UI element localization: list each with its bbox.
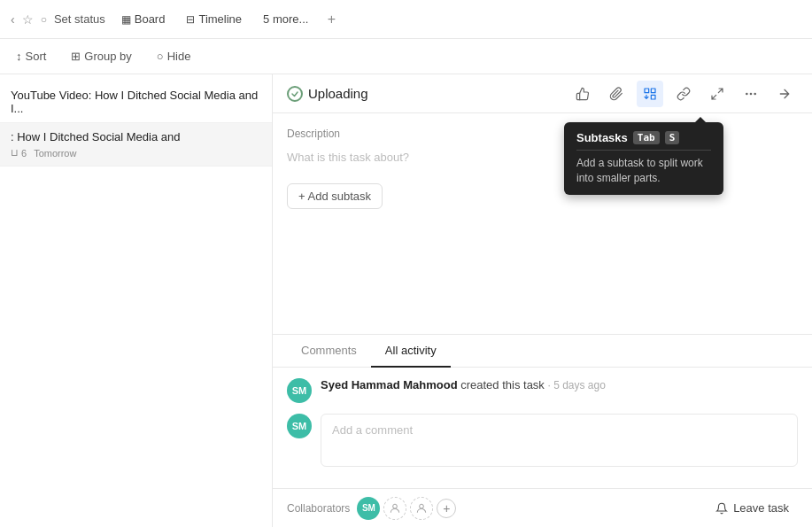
nav-left: ‹ ☆ ○ Set status bbox=[11, 12, 105, 27]
top-nav: ‹ ☆ ○ Set status ▦ Board ⊟ Timeline 5 mo… bbox=[0, 0, 812, 39]
circle-icon[interactable]: ○ bbox=[41, 13, 47, 26]
right-panel-header: Uploading bbox=[273, 74, 812, 113]
activity-content: SM Syed Hammad Mahmood created this task… bbox=[273, 368, 812, 488]
comment-input[interactable]: Add a comment bbox=[321, 414, 798, 467]
hide-label: Hide bbox=[167, 50, 191, 63]
expand-button[interactable] bbox=[704, 81, 731, 107]
toolbar: ↕ Sort ⊞ Group by ○ Hide bbox=[0, 39, 812, 74]
star-icon[interactable]: ☆ bbox=[22, 12, 34, 27]
tab-board-label: Board bbox=[135, 12, 166, 26]
tooltip-arrow bbox=[695, 117, 706, 122]
svg-point-3 bbox=[746, 93, 747, 94]
collaborators-section: Collaborators SM + bbox=[287, 497, 456, 520]
activity-entry: SM Syed Hammad Mahmood created this task… bbox=[287, 378, 798, 403]
subtask-count: ⊔ 6 bbox=[11, 147, 27, 159]
tooltip-content: Subtasks Tab S Add a subtask to split wo… bbox=[564, 122, 723, 195]
collaborators-label: Collaborators bbox=[287, 502, 350, 515]
group-by-icon: ⊞ bbox=[71, 50, 81, 63]
header-actions bbox=[569, 81, 798, 107]
group-by-button[interactable]: ⊞ Group by bbox=[66, 47, 136, 66]
task-title-short: : How I Ditched Social Media and bbox=[11, 130, 261, 143]
svg-point-7 bbox=[420, 504, 424, 508]
tooltip-title: Subtasks Tab S bbox=[576, 131, 711, 144]
subtask-tooltip: Subtasks Tab S Add a subtask to split wo… bbox=[564, 122, 723, 195]
tooltip-body: Add a subtask to split work into smaller… bbox=[576, 156, 711, 186]
status-circle bbox=[287, 86, 303, 102]
tab-more-label: 5 more... bbox=[263, 12, 308, 26]
comments-tab[interactable]: Comments bbox=[287, 335, 371, 368]
tab-more[interactable]: 5 more... bbox=[254, 9, 317, 29]
hide-eye-icon: ○ bbox=[157, 50, 164, 63]
collaborators-avatars: SM + bbox=[357, 497, 456, 520]
subtask-button[interactable] bbox=[637, 81, 663, 107]
thumbs-up-button[interactable] bbox=[569, 81, 596, 107]
svg-point-5 bbox=[754, 93, 755, 94]
activity-time: · 5 days ago bbox=[547, 379, 605, 391]
svg-rect-2 bbox=[651, 95, 655, 99]
collaborator-avatar-empty-2[interactable] bbox=[410, 497, 433, 520]
activity-section: Comments All activity SM Syed Hammad Mah… bbox=[273, 334, 812, 488]
sort-button[interactable]: ↕ Sort bbox=[11, 47, 51, 66]
paperclip-button[interactable] bbox=[603, 81, 630, 107]
tooltip-divider bbox=[576, 150, 711, 151]
add-view-button[interactable]: + bbox=[321, 9, 342, 30]
task-meta: ⊔ 6 Tomorrow bbox=[11, 147, 261, 159]
due-date: Tomorrow bbox=[34, 148, 76, 159]
set-status-label[interactable]: Set status bbox=[54, 12, 105, 26]
left-panel: YouTube Video: How I Ditched Social Medi… bbox=[0, 74, 273, 527]
tab-timeline-label: Timeline bbox=[198, 12, 242, 26]
sort-label: Sort bbox=[26, 50, 47, 63]
right-panel: Uploading bbox=[273, 74, 812, 527]
task-uploading-label: Uploading bbox=[308, 86, 368, 101]
add-subtask-button[interactable]: + Add subtask bbox=[287, 183, 383, 209]
task-item-2[interactable]: : How I Ditched Social Media and ⊔ 6 Tom… bbox=[0, 123, 272, 167]
tab-timeline[interactable]: ⊟ Timeline bbox=[177, 9, 251, 29]
task-title-full: YouTube Video: How I Ditched Social Medi… bbox=[11, 89, 261, 115]
activity-text: Syed Hammad Mahmood created this task · … bbox=[321, 378, 606, 391]
right-panel-body: Description What is this task about? + A… bbox=[273, 113, 812, 334]
svg-point-6 bbox=[393, 504, 398, 508]
tooltip-key-tab: Tab bbox=[633, 131, 660, 144]
tab-board[interactable]: ▦ Board bbox=[112, 9, 174, 29]
collaborator-avatar-sm[interactable]: SM bbox=[357, 497, 380, 520]
add-collaborator-button[interactable]: + bbox=[437, 499, 456, 518]
task-item-1[interactable]: YouTube Video: How I Ditched Social Medi… bbox=[0, 81, 272, 123]
tooltip-key-s: S bbox=[665, 131, 680, 144]
bottom-bar: Collaborators SM + Leave task bbox=[273, 488, 812, 527]
arrow-right-button[interactable] bbox=[771, 81, 798, 107]
comment-placeholder: Add a comment bbox=[332, 423, 413, 437]
view-tabs: ▦ Board ⊟ Timeline 5 more... + bbox=[112, 9, 343, 30]
svg-rect-0 bbox=[645, 89, 649, 93]
activity-avatar: SM bbox=[287, 378, 312, 403]
leave-task-label: Leave task bbox=[733, 501, 789, 515]
activity-tabs: Comments All activity bbox=[273, 335, 812, 368]
collaborator-avatar-empty-1[interactable] bbox=[383, 497, 406, 520]
subtask-icon: ⊔ bbox=[11, 147, 19, 159]
check-icon bbox=[290, 89, 299, 98]
hide-button[interactable]: ○ Hide bbox=[151, 47, 197, 66]
comment-avatar: SM bbox=[287, 414, 312, 438]
sort-icon: ↕ bbox=[16, 50, 22, 63]
main-content: YouTube Video: How I Ditched Social Medi… bbox=[0, 74, 812, 527]
leave-task-button[interactable]: Leave task bbox=[707, 497, 798, 519]
activity-user: Syed Hammad Mahmood bbox=[321, 378, 458, 391]
comment-entry: SM Add a comment bbox=[287, 414, 798, 467]
all-activity-tab[interactable]: All activity bbox=[371, 335, 451, 368]
svg-rect-1 bbox=[651, 89, 655, 93]
timeline-icon: ⊟ bbox=[186, 13, 195, 26]
chevron-left-icon[interactable]: ‹ bbox=[11, 12, 15, 27]
board-grid-icon: ▦ bbox=[121, 13, 131, 26]
task-status: Uploading bbox=[287, 86, 368, 102]
add-subtask-label: + Add subtask bbox=[298, 190, 371, 203]
more-button[interactable] bbox=[738, 81, 764, 107]
link-button[interactable] bbox=[670, 81, 697, 107]
group-by-label: Group by bbox=[84, 50, 131, 63]
svg-point-4 bbox=[750, 93, 751, 94]
